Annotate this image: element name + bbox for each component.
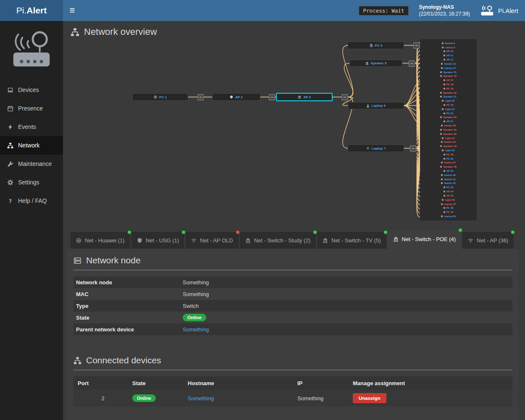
diagram-node-pc-1[interactable]: PC 1 <box>132 93 188 101</box>
sidebar-item-events[interactable]: Events <box>0 118 63 136</box>
node-label: Laptop 7 <box>372 147 386 150</box>
cluster-device[interactable]: AP 39 <box>421 170 476 172</box>
sidebar-item-settings[interactable]: Settings <box>0 173 63 192</box>
brand-label: Pi.Alert <box>498 7 518 14</box>
sidebar-item-label: Maintenance <box>18 160 52 167</box>
diagram-node-laptop-7[interactable]: Laptop 7 <box>348 144 404 152</box>
cluster-device[interactable]: Speaker 38 <box>421 165 476 168</box>
cluster-device-label: Laptop 14 <box>444 67 456 69</box>
info-text: Something <box>183 291 209 297</box>
cluster-device[interactable]: Laptop 9 <box>421 46 476 49</box>
info-text: Something <box>183 279 209 286</box>
diagram-node-ap-2[interactable]: AP 2 <box>212 93 260 101</box>
collapse-button[interactable]: − <box>341 94 348 100</box>
node-label: Laptop 6 <box>372 104 386 108</box>
node-label: AP 3 <box>303 95 311 99</box>
connected-devices-title: Connected devices <box>74 355 512 365</box>
cluster-device-label: Laptop 9 <box>445 46 455 49</box>
sidebar-item-presence[interactable]: Presence <box>0 99 63 118</box>
cluster-device[interactable]: Switch 40 <box>421 174 476 176</box>
cluster-device[interactable]: AP 11 <box>421 54 476 57</box>
diagram-node-speaker-5[interactable]: Speaker 5 <box>349 60 402 67</box>
device-icon <box>444 79 445 81</box>
cluster-device[interactable]: AP 45 <box>421 194 476 197</box>
cluster-device[interactable]: Laptop 47 <box>421 203 476 205</box>
device-icon <box>441 125 443 126</box>
cluster-device[interactable]: Light 31 <box>421 137 476 139</box>
cluster-device[interactable]: AP 10 <box>421 50 476 52</box>
cluster-device[interactable]: PC 19 <box>421 87 476 90</box>
sidebar-item-devices[interactable]: Devices <box>0 81 63 99</box>
device-cluster[interactable]: Switch 8Laptop 9AP 10AP 11AP 12Switch 13… <box>420 39 477 220</box>
cluster-device-label: Light 34 <box>445 149 454 152</box>
parent-device-link[interactable]: Something <box>183 326 209 333</box>
cluster-device-label: AP 44 <box>446 190 454 193</box>
diagram-node-ap-3[interactable]: AP 3 <box>276 93 333 101</box>
cluster-device[interactable]: AP 44 <box>421 190 476 193</box>
collapse-button[interactable]: − <box>197 94 204 100</box>
cluster-device[interactable]: Switch 13 <box>421 63 476 65</box>
cluster-device[interactable]: Switch 37 <box>421 161 476 164</box>
collapse-button[interactable]: − <box>409 60 415 67</box>
sidebar-item-label: Devices <box>18 87 39 93</box>
cluster-device[interactable]: Speaker 30 <box>421 133 476 135</box>
cluster-device[interactable]: PC 18 <box>421 83 476 86</box>
cluster-device[interactable]: Light 24 <box>421 108 476 110</box>
info-row: TypeSwitch <box>74 300 512 312</box>
cluster-device[interactable]: Laptop 14 <box>421 67 476 69</box>
collapse-button[interactable]: − <box>269 94 275 100</box>
cluster-device[interactable]: AP 17 <box>421 79 476 81</box>
sidebar-item-maintenance[interactable]: Maintenance <box>0 155 63 173</box>
diagram-node-laptop-6[interactable]: Laptop 6 <box>348 102 404 109</box>
diagram-node-pc-4[interactable]: PC 4 <box>348 42 404 49</box>
cluster-device[interactable]: Speaker 33 <box>421 145 476 147</box>
app-logo[interactable]: Pi.Alert <box>0 0 63 21</box>
cluster-device-label: PC 36 <box>446 158 454 160</box>
tab-net-ap-old[interactable]: Net - AP OLD <box>186 232 239 249</box>
cluster-device[interactable]: Speaker 21 <box>421 95 476 98</box>
cluster-device[interactable]: PC 36 <box>421 158 476 160</box>
sidebar-item-network[interactable]: Network <box>0 136 63 155</box>
cluster-device[interactable]: Switch 41 <box>421 178 476 181</box>
column-header-state: State <box>132 380 188 386</box>
collapse-button[interactable]: − <box>413 42 420 49</box>
cluster-device[interactable]: PC 43 <box>421 186 476 189</box>
cluster-device[interactable]: Switch 8 <box>421 42 476 45</box>
cluster-device[interactable]: Switch 42 <box>421 182 476 184</box>
tab-net-switch-study-2[interactable]: Net - Switch - Study (2) <box>240 232 316 249</box>
cluster-device[interactable]: PC 23 <box>421 104 476 106</box>
cluster-device-label: PC 35 <box>446 153 454 156</box>
cluster-device[interactable]: Speaker 16 <box>421 75 476 77</box>
cluster-device[interactable]: AP 12 <box>421 58 476 61</box>
cluster-device[interactable]: Light 34 <box>421 149 476 152</box>
cluster-device-label: PC 19 <box>446 87 454 90</box>
cluster-device[interactable]: Speaker 26 <box>421 116 476 118</box>
cluster-device[interactable]: Speaker 15 <box>421 71 476 74</box>
cluster-device[interactable]: Light 22 <box>421 100 476 102</box>
tab-net-ap-36[interactable]: Net - AP (36) <box>462 232 514 249</box>
cluster-device[interactable]: Laptop 50 <box>421 215 476 218</box>
cluster-device[interactable]: PC 49 <box>421 211 476 213</box>
tab-net-switch-poe-4[interactable]: Net - Switch - POE (4) <box>388 230 462 249</box>
cluster-device[interactable]: AP 27 <box>421 120 476 123</box>
connected-devices-table: PortStateHostnameIPManage assignment 2On… <box>74 376 512 407</box>
info-row: MACSomething <box>74 288 512 300</box>
unassign-button[interactable]: Unassign <box>353 393 386 403</box>
cluster-device-label: AP 10 <box>446 50 454 52</box>
cluster-device[interactable]: Switch 32 <box>421 141 476 143</box>
cluster-device[interactable]: Speaker 20 <box>421 92 476 94</box>
cluster-device[interactable]: PC 25 <box>421 112 476 115</box>
cluster-device-label: Laptop 47 <box>444 203 456 205</box>
collapse-button[interactable]: − <box>410 145 416 152</box>
cluster-device[interactable]: PC 48 <box>421 207 476 209</box>
tab-net-huawei-1[interactable]: Net - Huawei (1) <box>71 232 130 249</box>
sidebar-item-help-faq[interactable]: ?Help / FAQ <box>0 192 63 210</box>
cluster-device[interactable]: Speaker 29 <box>421 129 476 131</box>
tab-net-switch-tv-5[interactable]: Net - Switch - TV (5) <box>317 232 386 249</box>
hostname-link[interactable]: Something <box>188 395 214 402</box>
cluster-device[interactable]: Switch 28 <box>421 124 476 127</box>
cluster-device[interactable]: PC 35 <box>421 153 476 156</box>
tab-net-usg-1[interactable]: Net - USG (1) <box>131 232 184 249</box>
cluster-device[interactable]: Light 46 <box>421 199 476 201</box>
sidebar-toggle-button[interactable]: ≡ <box>63 0 81 21</box>
